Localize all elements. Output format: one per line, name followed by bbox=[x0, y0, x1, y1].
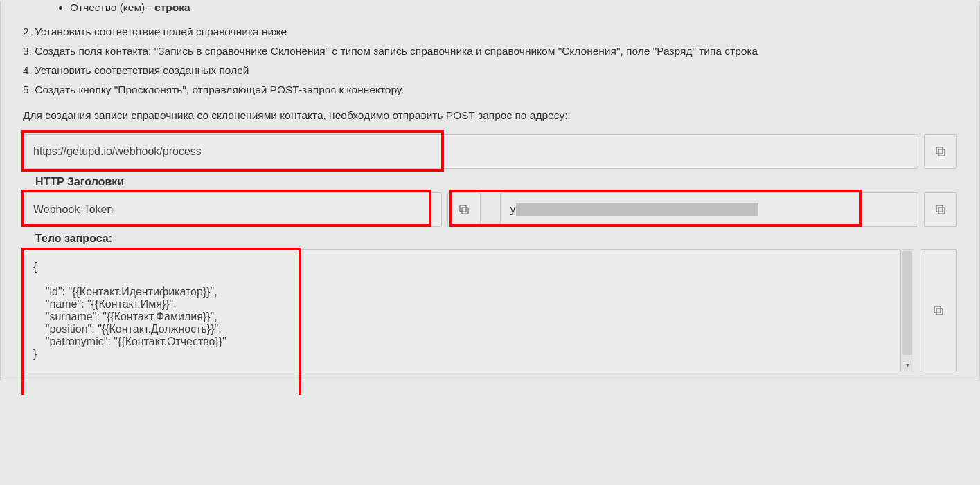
svg-rect-0 bbox=[938, 149, 945, 156]
request-body-text: { "id": "{{Контакт.Идентификатор}}", "na… bbox=[33, 261, 226, 360]
svg-rect-2 bbox=[462, 208, 468, 214]
step-2: 2. Установить соответствие полей справоч… bbox=[23, 22, 957, 42]
copy-body-button[interactable] bbox=[920, 249, 957, 372]
scrollbar-down-icon[interactable]: ▾ bbox=[901, 361, 914, 369]
header-name-value: Webhook-Token bbox=[33, 203, 113, 216]
svg-rect-7 bbox=[934, 306, 941, 313]
header-name-field[interactable]: Webhook-Token bbox=[23, 192, 442, 227]
copy-header-name-button[interactable] bbox=[447, 192, 481, 227]
svg-rect-1 bbox=[936, 147, 943, 154]
scrollbar-thumb[interactable] bbox=[902, 251, 912, 355]
http-headers-label: HTTP Заголовки bbox=[35, 176, 957, 188]
webhook-url-row: https://getupd.io/webhook/process bbox=[23, 134, 957, 169]
header-value-redacted bbox=[516, 203, 758, 216]
copy-icon bbox=[932, 304, 945, 317]
body-scrollbar[interactable]: ▾ bbox=[901, 249, 914, 372]
field-spec-list: Отчество (кем) - строка bbox=[23, 1, 957, 14]
header-value-field[interactable]: y bbox=[500, 192, 919, 227]
field-spec-item: Отчество (кем) - строка bbox=[70, 1, 957, 14]
copy-icon bbox=[934, 203, 947, 216]
post-address-intro: Для создания записи справочника со склон… bbox=[23, 109, 957, 122]
step-4: 4. Установить соответствия созданных пол… bbox=[23, 61, 957, 80]
copy-header-value-button[interactable] bbox=[924, 192, 957, 227]
step-3: 3. Создать поля контакта: "Запись в спра… bbox=[23, 42, 957, 61]
svg-rect-6 bbox=[936, 309, 943, 315]
field-spec-type: строка bbox=[154, 1, 190, 13]
svg-rect-5 bbox=[936, 205, 943, 212]
webhook-url-value: https://getupd.io/webhook/process bbox=[33, 145, 202, 158]
copy-icon bbox=[458, 203, 470, 216]
step-5: 5. Создать кнопку "Просклонять", отправл… bbox=[23, 80, 957, 100]
svg-rect-3 bbox=[460, 205, 466, 212]
request-body-label: Тело запроса: bbox=[35, 232, 957, 245]
field-spec-text: Отчество (кем) - bbox=[70, 1, 154, 13]
copy-url-button[interactable] bbox=[924, 134, 957, 169]
webhook-url-field[interactable]: https://getupd.io/webhook/process bbox=[23, 134, 918, 169]
svg-rect-4 bbox=[938, 208, 945, 214]
settings-panel: Отчество (кем) - строка 2. Установить со… bbox=[0, 1, 980, 381]
instruction-steps: 2. Установить соответствие полей справоч… bbox=[23, 22, 957, 100]
copy-icon bbox=[934, 145, 947, 158]
header-value-prefix: y bbox=[510, 203, 516, 216]
request-body-field[interactable]: { "id": "{{Контакт.Идентификатор}}", "na… bbox=[23, 249, 901, 372]
